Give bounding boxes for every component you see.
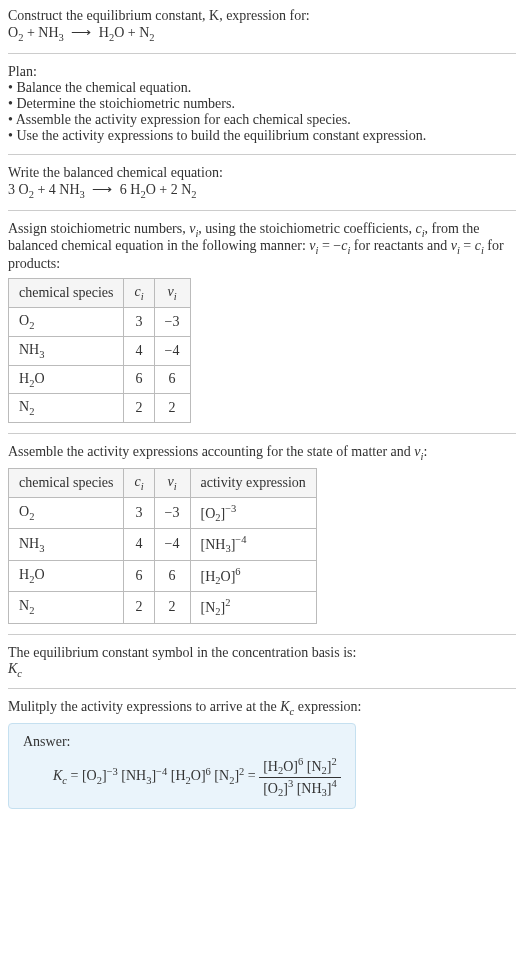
divider (8, 154, 516, 155)
sp-s: 2 (29, 406, 34, 417)
multiply-k: K (280, 699, 289, 714)
plan-bullet-2: • Determine the stoichiometric numbers. (8, 96, 516, 112)
th-nui: νi (154, 468, 190, 497)
ans-t3: [H (167, 768, 185, 783)
rel1-eq: = − (318, 238, 341, 253)
cell-species: N2 (9, 592, 124, 623)
table-header-row: chemical species ci νi (9, 279, 191, 308)
den2: [NH (293, 780, 321, 795)
answer-box: Answer: Kc = [O2]−3 [NH3]−4 [H2O]6 [N2]2… (8, 723, 356, 809)
balanced-equation: 3 O2 + 4 NH3 ⟶ 6 H2O + 2 N2 (8, 181, 516, 200)
ans-numerator: [H2O]6 [N2]2 (259, 756, 341, 777)
ae-c: O] (221, 568, 236, 583)
ans-t3c: O] (191, 768, 206, 783)
intro-block: Construct the equilibrium constant, K, e… (8, 8, 516, 43)
sp-s: 3 (39, 349, 44, 360)
bal-4nh3-sub: 3 (80, 189, 85, 200)
cell-c: 3 (124, 497, 154, 528)
sp-a: H (19, 567, 29, 582)
sp-a: H (19, 371, 29, 386)
ans-k: K (53, 768, 62, 783)
table-row: NH3 4 −4 (9, 336, 191, 365)
kc-sub: c (17, 667, 22, 678)
cell-c: 2 (124, 394, 154, 423)
answer-label: Answer: (23, 734, 341, 750)
cell-c: 3 (124, 307, 154, 336)
th-c-sub: i (141, 291, 144, 302)
assemble-text-b: : (423, 444, 427, 459)
eq-nh3-sub: 3 (59, 32, 64, 43)
sp-s: 2 (29, 320, 34, 331)
table-row: O2 3 −3 [O2]−3 (9, 497, 317, 528)
cell-activity: [N2]2 (190, 592, 316, 623)
answer-equation: Kc = [O2]−3 [NH3]−4 [H2O]6 [N2]2 = [H2O]… (53, 756, 341, 798)
arrow-icon: ⟶ (88, 182, 116, 197)
bal-4nh3: + 4 NH (34, 182, 80, 197)
symbol-kc: Kc (8, 661, 516, 679)
th-nui: νi (154, 279, 190, 308)
intro-line1: Construct the equilibrium constant, K, e… (8, 8, 516, 24)
th-ci: ci (124, 279, 154, 308)
num2: [N (303, 759, 321, 774)
assemble-block: Assemble the activity expressions accoun… (8, 444, 516, 623)
cell-v: 2 (154, 394, 190, 423)
eq-h2o: H (99, 25, 109, 40)
divider (8, 634, 516, 635)
eq-nh3: + NH (23, 25, 58, 40)
assign-text-b: , using the stoichiometric coefficients, (198, 221, 415, 236)
ans-t4: [N (211, 768, 229, 783)
num2e: 2 (331, 756, 336, 767)
kc-k: K (8, 661, 17, 676)
bal-2n2-sub: 2 (191, 189, 196, 200)
divider (8, 433, 516, 434)
sp-a: O (19, 313, 29, 328)
sp-a: NH (19, 536, 39, 551)
divider (8, 688, 516, 689)
th-species: chemical species (9, 279, 124, 308)
ae-b: [N (201, 600, 216, 615)
cell-activity: [H2O]6 (190, 560, 316, 591)
sp-a: N (19, 598, 29, 613)
cell-c: 4 (124, 529, 154, 560)
ans-eq: = (67, 768, 82, 783)
eq-n2: O + N (114, 25, 149, 40)
cell-c: 4 (124, 336, 154, 365)
ans-eq2: = (244, 768, 259, 783)
den1: [O (263, 780, 278, 795)
sp-a: NH (19, 342, 39, 357)
th-ci: ci (124, 468, 154, 497)
plan-heading: Plan: (8, 64, 516, 80)
ans-denominator: [O2]3 [NH3]4 (259, 778, 341, 798)
plan-bullet-3: • Assemble the activity expression for e… (8, 112, 516, 128)
ans-t2: [NH (118, 768, 146, 783)
cell-v: −4 (154, 529, 190, 560)
symbol-line1: The equilibrium constant symbol in the c… (8, 645, 516, 661)
num1c: O] (283, 759, 298, 774)
divider (8, 210, 516, 211)
cell-species: NH3 (9, 336, 124, 365)
table-row: N2 2 2 (9, 394, 191, 423)
ae-b: [NH (201, 537, 226, 552)
assign-text-a: Assign stoichiometric numbers, (8, 221, 189, 236)
ae-e: −3 (225, 503, 236, 514)
multiply-text-b: expression: (294, 699, 361, 714)
th-activity: activity expression (190, 468, 316, 497)
num1: [H (263, 759, 278, 774)
cell-species: NH3 (9, 529, 124, 560)
cell-v: 6 (154, 365, 190, 394)
cell-c: 6 (124, 560, 154, 591)
plan-bullet-4: • Use the activity expressions to build … (8, 128, 516, 144)
table-row: NH3 4 −4 [NH3]−4 (9, 529, 317, 560)
assign-text-d: for reactants and (350, 238, 450, 253)
ans-t2e: −4 (156, 766, 167, 777)
cell-c: 2 (124, 592, 154, 623)
table-row: N2 2 2 [N2]2 (9, 592, 317, 623)
sp-a: N (19, 399, 29, 414)
cell-activity: [NH3]−4 (190, 529, 316, 560)
sp-s: 3 (39, 542, 44, 553)
rel2-eq: = (460, 238, 475, 253)
th-nu-sub: i (174, 291, 177, 302)
multiply-block: Mulitply the activity expressions to arr… (8, 699, 516, 809)
cell-v: −4 (154, 336, 190, 365)
th-c-sub: i (141, 481, 144, 492)
